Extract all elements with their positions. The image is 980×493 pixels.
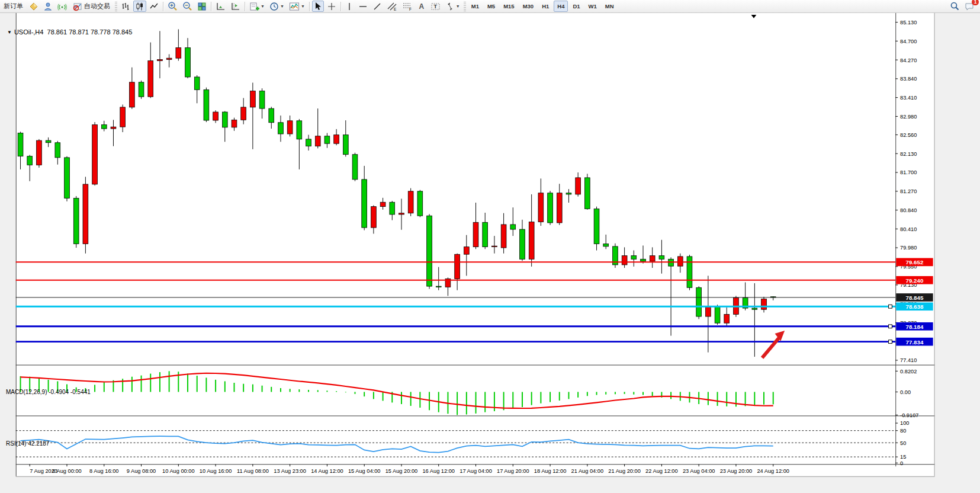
- candle: [269, 108, 274, 123]
- tf-m1[interactable]: M1: [468, 1, 483, 12]
- toolbar-separator: [340, 2, 341, 11]
- tile-windows-icon: [197, 2, 207, 11]
- line-handle[interactable]: [889, 340, 892, 344]
- svg-text:15: 15: [900, 454, 906, 460]
- signals-icon[interactable]: [56, 1, 69, 12]
- svg-text:78.845: 78.845: [906, 294, 924, 301]
- community-icon[interactable]: [41, 1, 54, 12]
- gold-icon[interactable]: [27, 1, 40, 12]
- line-handle[interactable]: [889, 305, 892, 308]
- candle: [101, 124, 107, 129]
- application-window: 新订单: [0, 0, 980, 493]
- tile-windows-icon[interactable]: [195, 1, 208, 12]
- macd-label: MACD(12,26,9) -0.4904 -0.5441: [6, 389, 91, 395]
- tf-h1[interactable]: H1: [538, 1, 552, 12]
- candle: [752, 308, 757, 309]
- tf-m5[interactable]: M5: [484, 1, 499, 12]
- candle: [659, 255, 664, 259]
- expand-panel-icon[interactable]: ▼: [7, 30, 12, 35]
- trendline-icon[interactable]: [371, 1, 384, 12]
- chat-button[interactable]: 1: [963, 1, 976, 12]
- tf-mn[interactable]: MN: [602, 1, 618, 12]
- rsi-label: RSI(14) 42.2187: [6, 440, 49, 447]
- hline-icon[interactable]: [356, 1, 369, 12]
- candle: [631, 255, 637, 259]
- svg-text:23 Aug 04:00: 23 Aug 04:00: [683, 468, 715, 474]
- chart-line-icon[interactable]: [147, 1, 160, 12]
- tf-h4[interactable]: H4: [554, 1, 568, 12]
- tf-m15[interactable]: M15: [500, 1, 518, 12]
- crosshair-icon: [327, 2, 336, 11]
- candle: [455, 254, 460, 278]
- svg-text:15 Aug 04:00: 15 Aug 04:00: [348, 468, 381, 474]
- text-icon[interactable]: A: [416, 1, 428, 12]
- chart-shift-icon: [230, 2, 240, 11]
- candle: [566, 193, 571, 194]
- trendline-icon: [372, 2, 382, 11]
- fibonacci-icon[interactable]: F: [400, 1, 415, 12]
- candle: [538, 193, 544, 222]
- candle: [641, 259, 646, 261]
- autoscroll-icon[interactable]: [214, 1, 227, 12]
- candle: [548, 193, 553, 223]
- signals-icon: [57, 2, 67, 11]
- candle: [417, 191, 423, 216]
- candle: [334, 135, 339, 143]
- candle: [677, 257, 683, 266]
- candle: [18, 133, 23, 156]
- candle: [185, 47, 191, 77]
- candle: [73, 199, 79, 244]
- toolbar-separator: [245, 2, 245, 11]
- arrows-icon[interactable]: ▼: [444, 1, 462, 12]
- zoom-out-icon[interactable]: [181, 1, 194, 12]
- tf-w1[interactable]: W1: [585, 1, 600, 12]
- candle: [111, 127, 116, 129]
- candle: [501, 225, 506, 248]
- svg-text:0: 0: [900, 460, 903, 466]
- svg-text:11 Aug 08:00: 11 Aug 08:00: [237, 468, 269, 474]
- chart-candles-icon[interactable]: [133, 1, 146, 12]
- vline-icon[interactable]: [343, 1, 355, 12]
- candle: [259, 91, 265, 109]
- toolbar-grip: [115, 2, 117, 11]
- line-handle[interactable]: [889, 325, 892, 328]
- search-button[interactable]: [948, 1, 962, 12]
- candle: [352, 155, 358, 180]
- indicators-button[interactable]: ▼: [287, 1, 307, 12]
- price-chart[interactable]: 85.13084.70084.27083.84083.41082.98082.5…: [0, 12, 980, 493]
- channel-icon[interactable]: E: [385, 1, 399, 12]
- chart-bars-icon: [121, 2, 130, 11]
- arrows-icon: [445, 2, 455, 11]
- tf-m30[interactable]: M30: [519, 1, 537, 12]
- candle: [705, 307, 711, 316]
- autotrading-label: 自动交易: [84, 2, 110, 11]
- chart-candles-icon: [135, 2, 144, 11]
- chart-window: 85.13084.70084.27083.84083.41082.98082.5…: [0, 12, 980, 493]
- candle: [46, 140, 51, 143]
- cursor-icon: [314, 2, 322, 11]
- candle: [278, 123, 284, 134]
- new-chart-button[interactable]: ▼: [248, 1, 266, 12]
- svg-text:14 Aug 12:00: 14 Aug 12:00: [311, 468, 343, 474]
- cursor-icon[interactable]: [312, 1, 324, 12]
- svg-text:81.700: 81.700: [900, 169, 917, 175]
- periods-button[interactable]: ▼: [268, 1, 286, 12]
- svg-text:0.8202: 0.8202: [900, 369, 917, 374]
- svg-text:9 Aug 08:00: 9 Aug 08:00: [127, 468, 156, 474]
- indicators-icon: [289, 2, 300, 11]
- new-order-button[interactable]: 新订单: [1, 1, 26, 12]
- svg-text:16 Aug 12:00: 16 Aug 12:00: [422, 468, 455, 474]
- label-icon[interactable]: T: [429, 1, 442, 12]
- candle: [576, 178, 581, 194]
- chart-bars-icon[interactable]: [119, 1, 132, 12]
- zoom-in-icon[interactable]: [166, 1, 179, 12]
- chart-shift-icon[interactable]: [229, 1, 242, 12]
- channel-icon: E: [387, 2, 397, 11]
- svg-text:18 Aug 12:00: 18 Aug 12:00: [534, 468, 567, 474]
- autotrading-button[interactable]: 自动交易: [70, 1, 113, 12]
- crosshair-icon[interactable]: [325, 1, 338, 12]
- candle: [483, 222, 488, 246]
- svg-text:21 Aug 20:00: 21 Aug 20:00: [608, 468, 641, 474]
- svg-text:E: E: [394, 7, 397, 11]
- tf-d1[interactable]: D1: [569, 1, 583, 12]
